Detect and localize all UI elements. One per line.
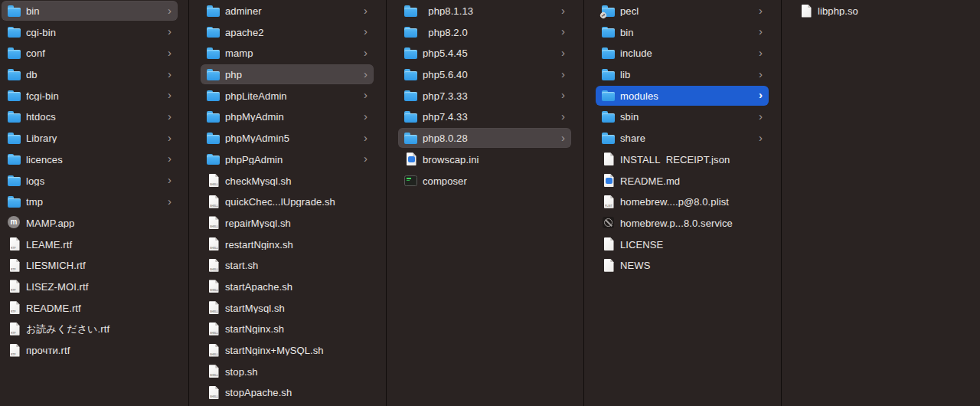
- row-bin[interactable]: bin›: [2, 1, 178, 21]
- row-お読みください.rtf[interactable]: RTFお読みください.rtf: [2, 319, 178, 339]
- row-php5.6.40[interactable]: php5.6.40›: [398, 64, 571, 84]
- page-fold: [610, 237, 613, 241]
- folder-body: [404, 50, 417, 59]
- row-php8.0.28[interactable]: php8.0.28›: [398, 128, 571, 148]
- folder-icon: [207, 46, 220, 60]
- row-README.md[interactable]: README.md: [596, 171, 769, 191]
- row-db[interactable]: db›: [2, 64, 178, 84]
- row-stop.sh[interactable]: SHELLstop.sh: [201, 362, 374, 381]
- finder-column-php8.0.28: ↪pecl›bin›include›lib›modules›sbin›share…: [584, 1, 781, 406]
- row-repairMysql.sh[interactable]: SHELLrepairMysql.sh: [201, 213, 374, 233]
- row-restartNginx.sh[interactable]: SHELLrestartNginx.sh: [201, 234, 374, 254]
- row-startNginx.sh[interactable]: SHELLstartNginx.sh: [201, 319, 374, 339]
- folder-label: lib: [620, 69, 754, 80]
- row-libphp.so[interactable]: libphp.so: [793, 1, 968, 21]
- row-include[interactable]: include›: [596, 43, 769, 63]
- row-apache2[interactable]: apache2›: [201, 22, 374, 42]
- mamp-app-icon: m: [8, 216, 21, 230]
- file-type-caption: RTF: [11, 353, 16, 355]
- row-startNginx+MySQL.sh[interactable]: SHELLstartNginx+MySQL.sh: [201, 340, 374, 360]
- row-phpMyAdmin5[interactable]: phpMyAdmin5›: [201, 128, 374, 148]
- file-label: checkMysql.sh: [225, 175, 368, 186]
- document-icon: [602, 237, 616, 251]
- folder-icon: [404, 25, 418, 39]
- row-quickChec...lUpgrade.sh[interactable]: SHELLquickChec...lUpgrade.sh: [201, 192, 374, 211]
- row-cgi-bin[interactable]: cgi-bin›: [2, 22, 178, 42]
- row-conf[interactable]: conf›: [2, 43, 178, 63]
- file-label: INSTALL_RECEIPT.json: [620, 154, 763, 165]
- folder-body: [8, 113, 21, 123]
- row-mamp[interactable]: mamp›: [201, 43, 374, 63]
- row-прочти.rtf[interactable]: RTFпрочти.rtf: [2, 340, 178, 360]
- row-php5.4.45[interactable]: php5.4.45›: [398, 43, 571, 63]
- folder-icon: [207, 110, 220, 123]
- row-adminer[interactable]: adminer›: [201, 1, 374, 21]
- folder-body: [602, 113, 615, 123]
- row-stopApache.sh[interactable]: SHELLstopApache.sh: [201, 382, 374, 402]
- row-php[interactable]: php›: [201, 64, 374, 84]
- document-page: [604, 152, 614, 165]
- row-tmp[interactable]: tmp›: [2, 192, 178, 211]
- plist-document-icon: PLIST: [602, 195, 616, 208]
- row-pecl[interactable]: ↪pecl›: [596, 1, 769, 21]
- folder-label: pecl: [620, 5, 754, 16]
- row-php7.3.33[interactable]: php7.3.33›: [398, 86, 571, 106]
- row-README.rtf[interactable]: RTFREADME.rtf: [2, 298, 178, 318]
- folder-icon: [404, 131, 418, 145]
- row-share[interactable]: share›: [596, 128, 769, 148]
- row-_php8.1.13[interactable]: _php8.1.13›: [398, 1, 571, 21]
- markdown-document-icon: [602, 174, 616, 188]
- shell-script-icon: SHELL: [207, 343, 220, 357]
- row-logs[interactable]: logs›: [2, 171, 178, 191]
- row-LISEZ-MOI.rtf[interactable]: RTFLISEZ-MOI.rtf: [2, 277, 178, 296]
- folder-icon: [602, 110, 616, 123]
- row-checkMysql.sh[interactable]: SHELLcheckMysql.sh: [201, 171, 374, 191]
- row-php7.4.33[interactable]: php7.4.33›: [398, 106, 571, 126]
- folder-icon: [207, 67, 220, 81]
- row-Library[interactable]: Library›: [2, 128, 178, 148]
- folder-body: [8, 198, 21, 208]
- row-lib[interactable]: lib›: [596, 64, 769, 84]
- folder-body: [8, 8, 21, 17]
- alias-folder-icon: ↪: [602, 4, 616, 18]
- rtf-document-icon: RTF: [8, 258, 21, 272]
- file-label: startNginx.sh: [225, 323, 368, 334]
- row-homebrew....p@8.0.plist[interactable]: PLISThomebrew....p@8.0.plist: [596, 192, 769, 211]
- row-composer[interactable]: composer: [398, 171, 571, 191]
- row-_php8.2.0[interactable]: _php8.2.0›: [398, 22, 571, 42]
- row-LICENSE[interactable]: LICENSE: [596, 234, 769, 254]
- chevron-right-icon: ›: [561, 110, 565, 122]
- row-fcgi-bin[interactable]: fcgi-bin›: [2, 86, 178, 106]
- row-NEWS[interactable]: NEWS: [596, 255, 769, 275]
- row-licences[interactable]: licences›: [2, 149, 178, 169]
- folder-icon: [8, 4, 21, 18]
- row-sbin[interactable]: sbin›: [596, 106, 769, 126]
- folder-icon: [8, 46, 21, 60]
- row-LEAME.rtf[interactable]: RTFLEAME.rtf: [2, 234, 178, 254]
- shell-script-icon: SHELL: [207, 237, 220, 251]
- page-fold: [215, 216, 218, 219]
- folder-label: bin: [26, 5, 163, 16]
- rtf-document-icon: RTF: [8, 322, 21, 336]
- row-startApache.sh[interactable]: SHELLstartApache.sh: [201, 277, 374, 296]
- folder-body: [404, 28, 417, 38]
- row-modules[interactable]: modules›: [596, 86, 769, 106]
- rtf-document-icon: RTF: [8, 280, 21, 293]
- row-startMysql.sh[interactable]: SHELLstartMysql.sh: [201, 298, 374, 318]
- row-homebrew.p...8.0.service[interactable]: homebrew.p...8.0.service: [596, 213, 769, 233]
- folder-icon: [8, 89, 21, 103]
- row-browscap.ini[interactable]: browscap.ini: [398, 149, 571, 169]
- row-start.sh[interactable]: SHELLstart.sh: [201, 255, 374, 275]
- row-htdocs[interactable]: htdocs›: [2, 106, 178, 126]
- row-INSTALL_RECEIPT.json[interactable]: INSTALL_RECEIPT.json: [596, 149, 769, 169]
- finder-column-php: _php8.1.13›_php8.2.0›php5.4.45›php5.6.40…: [387, 1, 583, 406]
- row-phpLiteAdmin[interactable]: phpLiteAdmin›: [201, 86, 374, 106]
- row-LIESMICH.rtf[interactable]: RTFLIESMICH.rtf: [2, 255, 178, 275]
- document-page: SHELL: [209, 259, 219, 272]
- folder-icon: [404, 110, 418, 123]
- row-phpPgAdmin[interactable]: phpPgAdmin›: [201, 149, 374, 169]
- row-bin[interactable]: bin›: [596, 22, 769, 42]
- row-phpMyAdmin[interactable]: phpMyAdmin›: [201, 106, 374, 126]
- folder-label: mamp: [225, 47, 359, 58]
- row-MAMP.app[interactable]: mMAMP.app: [2, 213, 178, 233]
